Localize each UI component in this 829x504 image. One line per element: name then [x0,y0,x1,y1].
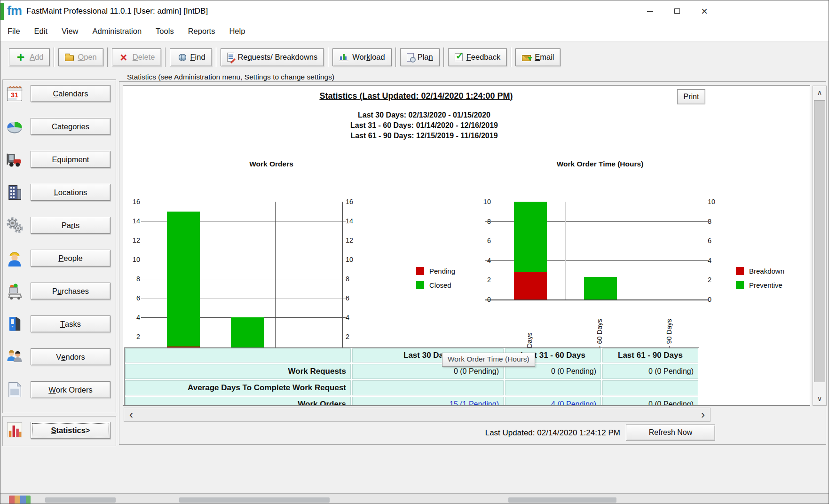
menu-help[interactable]: Help [222,27,252,36]
chart-2-axis-line [565,202,566,299]
open-button-label: Open [78,53,96,62]
sidebar-item-people[interactable]: People [31,250,111,267]
menu-view[interactable]: View [55,27,85,36]
sidebar-item-calendars[interactable]: Calendars [31,85,111,102]
menu-edit[interactable]: Edit [27,27,55,36]
scroll-down-arrow-icon[interactable]: ∨ [813,392,826,405]
tooltip: Work Order Time (Hours) [442,353,535,367]
find-button[interactable]: Find [170,48,212,66]
window-title: FastMaint Professional 11.0.1 [User: adm… [26,7,208,16]
locations-icon [5,183,24,202]
tasks-icon [5,315,24,333]
chart-2-baseline [485,299,708,300]
vertical-scrollbar[interactable]: ∧ ∨ [813,86,827,406]
date-ranges: Last 30 Days: 02/13/2020 - 01/15/2020Las… [260,110,589,141]
toolbar-separator [107,47,108,67]
email-button-label: Email [535,53,554,62]
chart-1-ytick-right: 14 [346,216,366,226]
workload-icon [339,53,348,61]
app-logo-icon: fm [7,5,22,17]
chart-1-ytick-left: 8 [123,274,140,284]
email-button[interactable]: Email [515,48,561,66]
table-header-cell: Last 61 - 90 Days [602,348,698,362]
chart-1-axis-line [342,202,343,356]
toolbar-separator [216,47,217,67]
toolbar-separator [328,47,329,67]
toolbar-separator [165,47,166,67]
sidebar-item-work-orders[interactable]: Work Orders [31,381,111,398]
add-button: +Add [9,48,50,66]
table-cell-link[interactable]: 4 (0 Pending) [505,397,601,406]
purchases-icon [5,282,24,300]
sidebar-item-vendors[interactable]: Vendors [31,348,111,365]
chart-2-legend-item: Breakdown [736,267,784,275]
legend-label: Preventive [749,281,782,289]
plan-icon [407,53,414,62]
chart-2-ytick-right: 8 [708,217,728,226]
window-edge-accent [0,3,4,20]
sidebar-item-purchases[interactable]: Purchases [31,283,111,299]
clipped-text-fragment [508,497,616,503]
chart-2-bar-breakdown [514,272,547,299]
menu-tools[interactable]: Tools [149,27,181,36]
sidebar-item-tasks[interactable]: Tasks [31,315,111,332]
maximize-icon [674,8,680,14]
date-range-line-2: Last 31 - 60 Days: 01/14/2020 - 12/16/20… [260,120,589,131]
chart-2-ytick-right: 4 [708,256,728,265]
minimize-button[interactable] [636,0,663,22]
print-button[interactable]: Print [677,89,705,104]
chart-1-ytick-right: 12 [346,236,366,245]
chart-1-ytick-left: 4 [123,313,140,322]
sidebar-item-equipment[interactable]: Equipment [31,151,111,168]
close-button[interactable]: × [691,0,718,22]
menu-reports[interactable]: Reports [181,27,222,36]
delete-button: ×Delete [112,48,162,66]
find-icon [176,54,186,60]
sidebar-item-categories[interactable]: Categories [31,118,111,135]
maximize-button[interactable] [663,0,691,22]
add-icon: + [16,52,26,63]
sidebar-item-statistics[interactable]: Statistics> [31,422,111,439]
plan-button[interactable]: Plan [400,48,440,66]
vertical-scroll-thumb[interactable] [814,100,825,382]
workload-button-label: Workload [352,53,385,62]
toolbar-separator [443,47,444,67]
chart-1-ytick-right: 6 [346,293,366,303]
table-cell-value [352,380,504,395]
chart-2-bar-preventive [514,202,547,272]
table-cell-value [505,380,601,395]
menu-administration[interactable]: Administration [86,27,149,36]
horizontal-scrollbar[interactable]: ‹ › [124,408,711,422]
open-icon [65,55,74,61]
refresh-now-button[interactable]: Refresh Now [626,425,715,441]
chart-1-ytick-left: 2 [123,332,140,341]
scroll-right-arrow-icon[interactable]: › [696,408,710,421]
date-range-line-3: Last 61 - 90 Days: 12/15/2019 - 11/16/20… [260,131,589,141]
chart-1-ytick-right: 8 [346,274,366,284]
chart-2-title: Work Order Time (Hours) [544,160,656,168]
statistics-heading: Statistics (Last Updated: 02/14/2020 1:2… [236,91,596,101]
sidebar-item-locations[interactable]: Locations [31,184,111,201]
find-button-label: Find [190,53,205,62]
table-row-label: Average Days To Complete Work Request [125,380,351,395]
feedback-icon [455,53,463,61]
sidebar-item-parts[interactable]: Parts [31,217,111,234]
feedback-button[interactable]: Feedback [448,48,507,66]
statistics-table: Last 30 DaysLast 31 - 60 DaysLast 61 - 9… [124,347,699,406]
calendar-icon: 31 [5,84,24,103]
close-icon: × [701,6,708,17]
scroll-left-arrow-icon[interactable]: ‹ [124,408,138,421]
statistics-groupbox-label: Statistics (see Administration menu, Set… [124,73,338,81]
chart-1-ytick-left: 6 [123,293,140,303]
chart-1-ytick-left: 10 [123,255,140,264]
categories-icon [5,117,24,136]
scroll-up-arrow-icon[interactable]: ∧ [813,86,826,99]
toolbar: +AddOpen×DeleteFindRequests/ BreakdownsW… [0,42,829,72]
workload-button[interactable]: Workload [332,48,391,66]
chart-2-ytick-left: 6 [470,236,491,245]
requests-button[interactable]: Requests/ Breakdowns [221,48,324,66]
plan-button-label: Plan [418,53,433,62]
menu-file[interactable]: File [0,27,27,36]
toolbar-separator [395,47,396,67]
table-cell-link[interactable]: 15 (1 Pending) [352,397,504,406]
